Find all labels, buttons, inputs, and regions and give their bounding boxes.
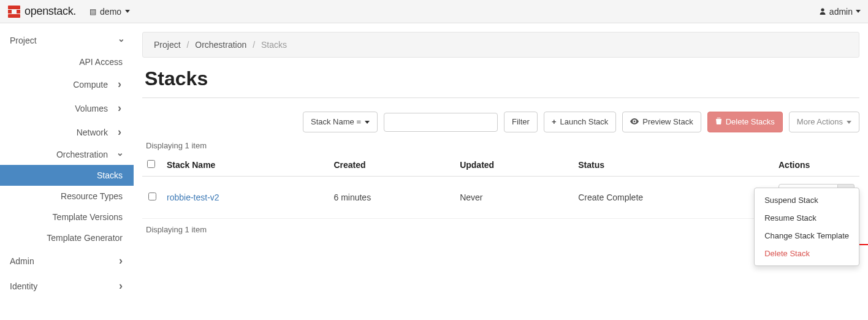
preview-stack-button[interactable]: Preview Stack: [622, 112, 701, 132]
breadcrumb: Project / Orchestration / Stacks: [142, 32, 859, 58]
breadcrumb-orchestration[interactable]: Orchestration: [195, 40, 246, 50]
trash-icon: [715, 116, 722, 128]
stacks-table: Stack Name Created Updated Status Action…: [142, 154, 859, 219]
sidebar-item-compute[interactable]: Compute: [0, 72, 134, 96]
sidebar-item-stacks[interactable]: Stacks: [0, 165, 134, 186]
svg-rect-1: [8, 14, 20, 18]
sidebar-item-volumes[interactable]: Volumes: [0, 96, 134, 120]
more-actions-label: More Actions: [797, 116, 843, 128]
user-icon: [819, 7, 826, 17]
launch-stack-button[interactable]: + Launch Stack: [544, 112, 616, 132]
col-status[interactable]: Status: [573, 154, 774, 177]
sidebar-label: Identity: [10, 281, 37, 291]
delete-stacks-button[interactable]: Delete Stacks: [707, 112, 783, 132]
eye-icon: [630, 116, 639, 128]
filter-field-dropdown[interactable]: Stack Name =: [303, 112, 378, 132]
more-actions-button[interactable]: More Actions: [789, 112, 859, 132]
brand-logo[interactable]: openstack.: [7, 5, 76, 18]
breadcrumb-project[interactable]: Project: [154, 40, 181, 50]
table-row: robbie-test-v2 6 minutes Never Create Co…: [142, 177, 859, 219]
table-header-row: Stack Name Created Updated Status Action…: [142, 154, 859, 177]
chevron-right-icon: [116, 78, 123, 91]
page-title: Stacks: [145, 67, 859, 90]
sidebar-label: Stacks: [97, 170, 123, 180]
caret-down-icon: [847, 121, 851, 124]
stack-name-link[interactable]: robbie-test-v2: [167, 192, 219, 202]
chevron-down-icon: [118, 36, 124, 45]
project-switcher-label: demo: [100, 7, 121, 17]
sidebar-label: API Access: [79, 57, 123, 67]
filter-input[interactable]: [384, 113, 498, 132]
sidebar-label: Admin: [10, 256, 34, 266]
svg-rect-3: [17, 10, 20, 13]
sidebar-item-template-versions[interactable]: Template Versions: [0, 207, 134, 227]
sidebar-item-orchestration[interactable]: Orchestration: [0, 144, 134, 165]
row-checkbox[interactable]: [148, 192, 156, 200]
sidebar-item-template-generator[interactable]: Template Generator: [0, 227, 134, 248]
chevron-down-icon: [116, 150, 123, 159]
caret-down-icon: [365, 121, 370, 124]
sidebar-label: Volumes: [75, 104, 108, 113]
filter-field-label: Stack Name =: [311, 116, 361, 128]
chevron-right-icon: [118, 280, 124, 292]
user-name: admin: [829, 7, 853, 17]
cell-updated: Never: [455, 177, 573, 219]
row-actions-dropdown-menu: Suspend Stack Resume Stack Change Stack …: [754, 188, 859, 266]
sidebar-item-network[interactable]: Network: [0, 120, 134, 144]
sidebar-item-resource-types[interactable]: Resource Types: [0, 186, 134, 207]
sidebar-label: Network: [77, 128, 108, 137]
svg-rect-0: [8, 6, 20, 9]
filter-button[interactable]: Filter: [504, 112, 538, 132]
caret-down-icon: [856, 10, 861, 13]
col-stack-name[interactable]: Stack Name: [162, 154, 329, 177]
dropdown-change-stack-template[interactable]: Change Stack Template: [755, 227, 859, 245]
divider: [142, 97, 859, 98]
sidebar-label: Orchestration: [56, 150, 108, 159]
breadcrumb-current: Stacks: [261, 40, 287, 50]
dropdown-delete-stack[interactable]: Delete Stack: [755, 245, 859, 262]
dropdown-suspend-stack[interactable]: Suspend Stack: [755, 191, 859, 209]
svg-rect-2: [8, 10, 12, 13]
col-actions: Actions: [774, 154, 859, 177]
displaying-count-bottom: Displaying 1 item: [146, 225, 859, 234]
col-created[interactable]: Created: [329, 154, 455, 177]
breadcrumb-separator: /: [183, 40, 192, 50]
cell-created: 6 minutes: [329, 177, 455, 219]
sidebar-label: Project: [10, 36, 37, 45]
sidebar-label: Compute: [73, 80, 108, 90]
col-updated[interactable]: Updated: [455, 154, 573, 177]
delete-stacks-label: Delete Stacks: [726, 116, 775, 128]
select-all-checkbox[interactable]: [147, 160, 155, 168]
sidebar-label: Resource Types: [61, 191, 123, 201]
breadcrumb-separator: /: [249, 40, 259, 50]
sidebar-group-project[interactable]: Project: [0, 29, 134, 51]
sidebar-group-admin[interactable]: Admin: [0, 248, 134, 273]
sidebar: Project API Access Compute Volumes Netwo…: [0, 23, 134, 299]
cell-status: Create Complete: [573, 177, 774, 219]
svg-point-4: [821, 8, 824, 11]
svg-point-5: [634, 121, 636, 123]
plus-icon: +: [552, 116, 557, 128]
brand-name: openstack.: [25, 5, 76, 18]
user-menu[interactable]: admin: [819, 7, 861, 17]
caret-down-icon: [125, 10, 130, 13]
project-icon: ▤: [89, 7, 96, 16]
toolbar: Stack Name = Filter + Launch Stack Previ…: [142, 112, 859, 132]
chevron-right-icon: [118, 254, 124, 267]
sidebar-label: Template Generator: [47, 233, 123, 243]
project-switcher[interactable]: ▤ demo: [89, 7, 130, 17]
sidebar-group-identity[interactable]: Identity: [0, 273, 134, 299]
preview-stack-label: Preview Stack: [642, 116, 693, 128]
launch-stack-label: Launch Stack: [560, 116, 608, 128]
chevron-right-icon: [116, 102, 123, 115]
dropdown-resume-stack[interactable]: Resume Stack: [755, 209, 859, 227]
chevron-right-icon: [116, 126, 123, 139]
displaying-count-top: Displaying 1 item: [146, 141, 859, 150]
sidebar-label: Template Versions: [53, 212, 123, 222]
sidebar-item-api-access[interactable]: API Access: [0, 51, 134, 72]
openstack-logo-icon: [7, 5, 21, 18]
